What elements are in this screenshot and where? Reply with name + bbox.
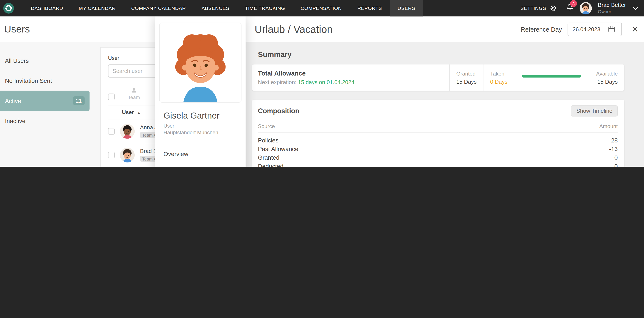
person-icon: [131, 87, 137, 93]
row-amount: 28: [611, 136, 618, 145]
total-allowance-left: Total Allowance Next expiration: 15 days…: [258, 70, 354, 85]
reference-day-value[interactable]: [569, 26, 608, 32]
top-nav: DASHBOARD MY CALENDAR COMPANY CALENDAR A…: [0, 0, 644, 16]
nav-tab-users[interactable]: USERS: [390, 0, 423, 16]
user-role: Owner: [598, 9, 626, 14]
next-expiration: Next expiration: 15 days on 01.04.2024: [258, 79, 354, 85]
profile-role: User: [160, 123, 242, 129]
detail-title: Urlaub / Vacation: [254, 23, 332, 35]
row-source: Deducted: [258, 162, 284, 167]
total-allowance-card: Total Allowance Next expiration: 15 days…: [252, 64, 624, 91]
nav-right: SETTINGS 3: [520, 2, 644, 14]
user-avatar[interactable]: [580, 2, 592, 14]
next-expiration-value: 15 days on 01.04.2024: [298, 79, 354, 85]
profile-location: Hauptstandort München: [160, 129, 242, 136]
row-amount: 0: [614, 153, 618, 162]
user-name: Brad Better: [598, 2, 626, 8]
table-row: Policies28: [258, 136, 618, 145]
composition-title: Composition: [258, 107, 300, 115]
menu-item-overview[interactable]: Overview: [160, 146, 242, 162]
source-column-header: Source: [258, 123, 275, 129]
row-amount: -13: [609, 145, 618, 153]
filter-active-count: 21: [73, 96, 85, 105]
profile-photo: [160, 22, 242, 103]
summary-section-title: Summary: [252, 50, 624, 59]
filter-active[interactable]: Active 21: [0, 91, 90, 111]
detail-body: Summary Total Allowance Next expiration:…: [246, 42, 644, 167]
notification-badge: 3: [570, 0, 577, 7]
app: DASHBOARD MY CALENDAR COMPANY CALENDAR A…: [0, 0, 644, 167]
chevron-down-icon[interactable]: [633, 6, 638, 10]
nav-tab-absences[interactable]: ABSENCES: [194, 0, 237, 16]
granted-value: 15 Days: [456, 78, 476, 85]
profile-name: Gisela Gartner: [160, 111, 242, 121]
filter-active-label: Active: [5, 97, 21, 104]
granted-label: Granted: [456, 70, 476, 77]
settings-button[interactable]: SETTINGS: [520, 4, 557, 12]
reference-day-label: Reference Day: [521, 25, 562, 32]
page-title: Users: [4, 23, 30, 35]
page-body: Users All Users No Invitation Sent Activ…: [0, 16, 644, 167]
sort-header-label: User: [122, 109, 134, 115]
calendar-icon[interactable]: [608, 26, 615, 32]
select-all-checkbox[interactable]: [108, 94, 115, 100]
next-expiration-label: Next expiration:: [258, 79, 298, 85]
nav-tab-compensation[interactable]: COMPENSATION: [293, 0, 350, 16]
column-team-label: Team: [128, 94, 140, 100]
row-amount: 0: [614, 162, 618, 167]
nav-tab-dashboard[interactable]: DASHBOARD: [23, 0, 71, 16]
filter-no-invitation-sent[interactable]: No Invitation Sent: [0, 71, 90, 91]
main-nav: DASHBOARD MY CALENDAR COMPANY CALENDAR A…: [23, 0, 423, 16]
gear-icon: [550, 4, 557, 12]
settings-label: SETTINGS: [520, 5, 546, 11]
row-source: Policies: [258, 136, 278, 145]
nav-tab-my-calendar[interactable]: MY CALENDAR: [71, 0, 124, 16]
avatar: [120, 148, 135, 162]
avatar: [120, 124, 135, 139]
taken-value: 0 Days: [490, 78, 508, 85]
sort-asc-icon: ▲: [137, 111, 141, 115]
allowance-progress-bar: [522, 74, 582, 77]
composition-header: Composition Show Timeline: [258, 105, 618, 116]
composition-card: Composition Show Timeline Source Amount …: [252, 100, 624, 167]
available-label: Available: [596, 70, 618, 77]
row-source: Granted: [258, 153, 280, 162]
table-row: Deducted0: [258, 162, 618, 167]
nav-tab-reports[interactable]: REPORTS: [350, 0, 390, 16]
column-team[interactable]: Team: [125, 87, 142, 100]
row-checkbox[interactable]: [108, 152, 115, 158]
available-value: 15 Days: [598, 78, 618, 85]
total-allowance-title: Total Allowance: [258, 70, 354, 77]
reference-day-input[interactable]: [568, 22, 622, 36]
user-filters: All Users No Invitation Sent Active 21 I…: [0, 50, 90, 131]
stat-taken: Taken 0 Days: [484, 70, 514, 85]
profile-menu: Overview Public Information Personnel Fi…: [160, 146, 242, 167]
show-timeline-button[interactable]: Show Timeline: [571, 105, 618, 116]
user-profile-card: Gisela Gartner User Hauptstandort Münche…: [155, 16, 246, 167]
filter-all-users[interactable]: All Users: [0, 50, 90, 71]
stat-granted: Granted 15 Days: [450, 70, 483, 85]
allowance-stats: Granted 15 Days Taken 0 Days Available 1…: [449, 64, 624, 91]
row-checkbox[interactable]: [108, 128, 115, 134]
taken-label: Taken: [490, 70, 508, 77]
table-row: Past Allowance-13: [258, 145, 618, 153]
nav-tab-time-tracking[interactable]: TIME TRACKING: [237, 0, 293, 16]
notifications-button[interactable]: 3: [566, 4, 573, 13]
detail-header: Urlaub / Vacation Reference Day ✕: [246, 16, 644, 42]
menu-item-public-information[interactable]: Public Information: [160, 162, 242, 167]
close-icon[interactable]: ✕: [632, 25, 638, 33]
table-row: Granted0: [258, 153, 618, 162]
allowance-detail-panel: Urlaub / Vacation Reference Day ✕ Summar…: [246, 16, 644, 167]
filter-inactive[interactable]: Inactive: [0, 111, 90, 131]
row-source: Past Allowance: [258, 145, 298, 153]
composition-table-header: Source Amount: [258, 123, 618, 133]
stat-available: Available 15 Days: [590, 70, 624, 85]
user-menu[interactable]: Brad Better Owner: [598, 2, 626, 14]
app-logo-icon[interactable]: [3, 3, 14, 13]
nav-tab-company-calendar[interactable]: COMPANY CALENDAR: [124, 0, 194, 16]
amount-column-header: Amount: [600, 123, 618, 129]
